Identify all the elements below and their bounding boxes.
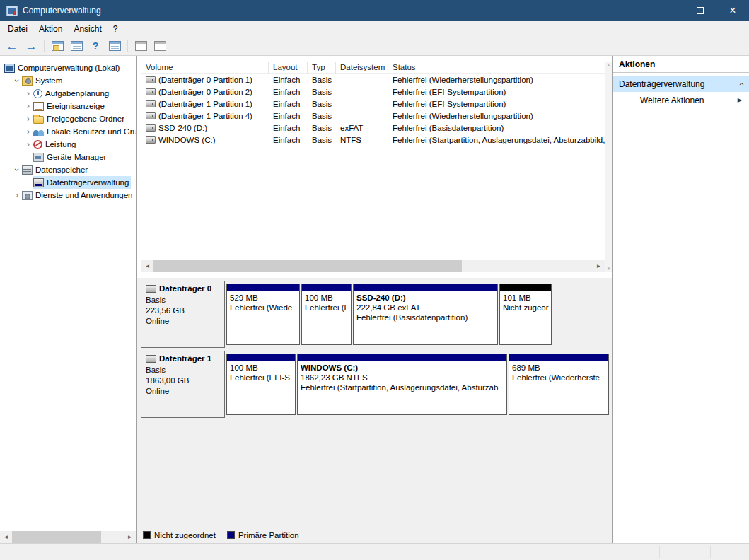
actions-panel-title: Aktionen	[613, 56, 749, 73]
unallocated-band	[500, 284, 551, 291]
volume-list-vscrollbar[interactable]: ▲ ▼	[605, 62, 612, 272]
tree-item-leistung[interactable]: ›Leistung	[0, 138, 136, 151]
minimize-button[interactable]	[651, 0, 684, 21]
help-button[interactable]: ?	[87, 38, 104, 54]
tree-expand-arrow-icon[interactable]: ›	[24, 140, 33, 148]
volume-row-datentr-ger-0-partition-2[interactable]: (Datenträger 0 Partition 2)EinfachBasisF…	[141, 86, 605, 98]
layout-cell: Einfach	[269, 98, 308, 110]
main-area: Computerverwaltung (Lokal)›System›Aufgab…	[0, 56, 749, 543]
scroll-up-button[interactable]: ▲	[607, 63, 611, 67]
disk-label-datentr-ger-1[interactable]: Datenträger 1Basis1863,00 GBOnline	[141, 351, 225, 418]
maximize-button[interactable]	[684, 0, 716, 21]
partition-101-mb-datentr-ger-0[interactable]: 101 MBNicht zugeor	[499, 284, 552, 345]
hscrollbar-thumb[interactable]	[153, 260, 462, 272]
volume-row-ssd-240-d[interactable]: SSD-240 (D:)EinfachBasisexFATFehlerfrei …	[141, 122, 605, 134]
partition-529-mb-datentr-ger-0[interactable]: 529 MBFehlerfrei (Wiede	[226, 284, 300, 345]
volume-list: VolumeLayoutTypDateisystemStatus (Datent…	[141, 62, 605, 260]
primary-band	[298, 354, 506, 361]
console-tree-hscrollbar[interactable]: ◄ ►	[0, 531, 136, 543]
collapse-chevron-icon[interactable]: ›	[736, 82, 745, 85]
show-console-tree-button[interactable]	[49, 38, 66, 54]
back-button[interactable]: ←	[4, 38, 21, 54]
partition-title: SSD-240 (D:)	[356, 293, 494, 303]
submenu-arrow-icon[interactable]: ▶	[738, 97, 742, 103]
partition-legend: Nicht zugeordnetPrimäre Partition	[137, 528, 612, 542]
tree-item-datentr-gerverwaltung[interactable]: Datenträgerverwaltung	[0, 176, 136, 189]
partition-ssd-240-d-datentr-ger-0[interactable]: SSD-240 (D:)222,84 GB exFATFehlerfrei (B…	[353, 284, 498, 345]
disk-name: Datenträger 0	[146, 284, 220, 293]
column-header-layout[interactable]: Layout	[269, 62, 308, 74]
tree-item-content: Dienste und Anwendungen	[21, 189, 134, 202]
scroll-right-button[interactable]: ►	[124, 531, 136, 543]
disk-row-datentr-ger-1: Datenträger 1Basis1863,00 GBOnline100 MB…	[141, 351, 610, 418]
properties-button[interactable]	[68, 38, 85, 54]
forward-button[interactable]: →	[23, 38, 40, 54]
scroll-right-button[interactable]: ►	[593, 260, 605, 272]
tree-collapse-arrow-icon[interactable]: ›	[13, 165, 21, 174]
partition-689-mb-datentr-ger-1[interactable]: 689 MBFehlerfrei (Wiederherste	[509, 354, 609, 415]
typ-cell: Basis	[308, 110, 336, 122]
volume-row-windows-c[interactable]: WINDOWS (C:)EinfachBasisNTFSFehlerfrei (…	[141, 134, 605, 146]
volume-row-datentr-ger-1-partition-1[interactable]: (Datenträger 1 Partition 1)EinfachBasisF…	[141, 98, 605, 110]
action-datentr-gerverwaltung[interactable]: Datenträgerverwaltung›	[613, 76, 749, 92]
tree-expand-arrow-icon[interactable]: ›	[24, 115, 33, 123]
volume-name: (Datenträger 0 Partition 1)	[158, 76, 252, 84]
dateisystem-cell: NTFS	[336, 134, 388, 146]
disk-label-datentr-ger-0[interactable]: Datenträger 0Basis223,56 GBOnline	[141, 281, 225, 348]
tree-item-ger-te-manager[interactable]: Geräte-Manager	[0, 151, 136, 163]
layout-cell: Einfach	[269, 134, 308, 146]
close-button[interactable]: ×	[716, 0, 749, 21]
volume-name-cell: (Datenträger 1 Partition 1)	[141, 98, 269, 110]
refresh-button[interactable]	[132, 38, 149, 54]
status-cell: Fehlerfrei (EFI-Systempartition)	[388, 98, 605, 110]
tree-item-content: Ereignisanzeige	[33, 100, 107, 112]
partition-100-mb-datentr-ger-0[interactable]: 100 MBFehlerfrei (E	[301, 284, 352, 345]
partition-100-mb-datentr-ger-1[interactable]: 100 MBFehlerfrei (EFI-S	[226, 354, 296, 415]
tree-expand-arrow-icon[interactable]: ›	[24, 127, 33, 136]
menu-item[interactable]: ?	[108, 22, 124, 36]
forward-icon: →	[25, 41, 37, 52]
tree-expand-arrow-icon[interactable]: ›	[24, 89, 33, 98]
primary-band	[354, 284, 497, 291]
disk-size: 1863,00 GB	[146, 375, 220, 386]
scroll-down-button[interactable]: ▼	[607, 267, 611, 271]
rescan-disks-button[interactable]	[151, 38, 168, 54]
tree-item-label: System	[35, 76, 62, 85]
tree-item-freigegebene-ordner[interactable]: ›Freigegebene Ordner	[0, 112, 136, 125]
menu-aktion[interactable]: Aktion	[33, 22, 68, 36]
volume-row-datentr-ger-1-partition-4[interactable]: (Datenträger 1 Partition 4)EinfachBasisF…	[141, 110, 605, 122]
volume-name-cell: (Datenträger 1 Partition 4)	[141, 110, 269, 122]
tree-item-content: Datenträgerverwaltung	[33, 176, 131, 189]
scroll-left-button[interactable]: ◄	[0, 531, 12, 543]
menu-ansicht[interactable]: Ansicht	[68, 22, 107, 36]
tree-item-dienste-und-anwendungen[interactable]: ›Dienste und Anwendungen	[0, 189, 136, 202]
hscrollbar-thumb[interactable]	[12, 531, 101, 543]
volume-list-hscrollbar[interactable]: ◄ ►	[141, 260, 605, 272]
volume-name-cell: WINDOWS (C:)	[141, 134, 269, 146]
partition-windows-c-datentr-ger-1[interactable]: WINDOWS (C:)1862,23 GB NTFSFehlerfrei (S…	[297, 354, 507, 415]
tree-item-aufgabenplanung[interactable]: ›Aufgabenplanung	[0, 87, 136, 100]
status-cell: Fehlerfrei (Basisdatenpartition)	[388, 122, 605, 134]
tree-expand-arrow-icon[interactable]: ›	[13, 191, 21, 199]
tree-item-lokale-benutzer-und-gru[interactable]: ›Lokale Benutzer und Gru	[0, 125, 136, 138]
tree-item-label: Geräte-Manager	[47, 153, 106, 161]
volume-name-cell: SSD-240 (D:)	[141, 122, 269, 134]
column-header-typ[interactable]: Typ	[308, 62, 336, 74]
menu-datei[interactable]: Datei	[2, 22, 33, 36]
tree-item-ereignisanzeige[interactable]: ›Ereignisanzeige	[0, 100, 136, 112]
show-action-pane-button[interactable]	[106, 38, 123, 54]
tree-expand-arrow-icon[interactable]: ›	[24, 102, 33, 110]
tree-item-system[interactable]: ›System	[0, 74, 136, 87]
partition-info: 100 MBFehlerfrei (E	[302, 291, 351, 314]
scroll-left-button[interactable]: ◄	[141, 260, 153, 272]
volume-row-datentr-ger-0-partition-1[interactable]: (Datenträger 0 Partition 1)EinfachBasisF…	[141, 74, 605, 86]
tree-item-datenspeicher[interactable]: ›Datenspeicher	[0, 163, 136, 176]
column-header-volume[interactable]: Volume	[141, 62, 269, 74]
column-header-dateisystem[interactable]: Dateisystem	[336, 62, 388, 74]
action-weitere-aktionen[interactable]: Weitere Aktionen▶	[613, 92, 749, 108]
window-controls: ×	[651, 0, 749, 21]
tree-item-computerverwaltung-lokal[interactable]: Computerverwaltung (Lokal)	[0, 62, 136, 74]
tree-collapse-arrow-icon[interactable]: ›	[13, 76, 21, 85]
tree-item-content: Computerverwaltung (Lokal)	[4, 62, 122, 74]
column-header-status[interactable]: Status	[388, 62, 605, 74]
